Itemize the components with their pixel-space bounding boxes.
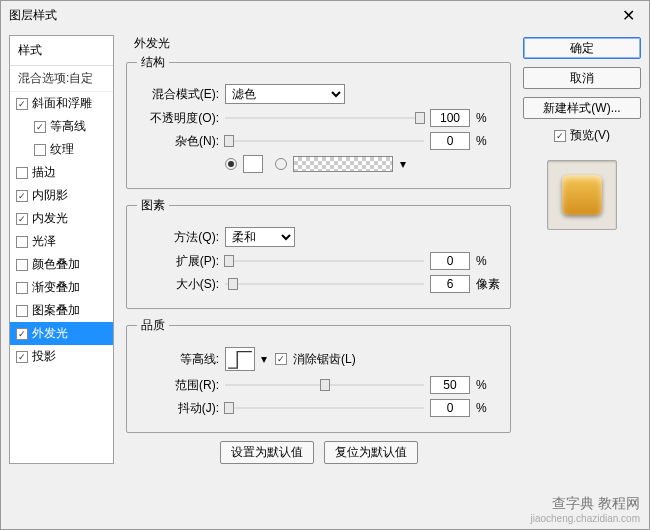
style-checkbox[interactable] [16,305,28,317]
style-checkbox[interactable] [16,282,28,294]
style-item[interactable]: 渐变叠加 [10,276,113,299]
quality-legend: 品质 [137,317,169,334]
preview-label: 预览(V) [570,127,610,144]
chevron-down-icon[interactable]: ▾ [261,352,269,366]
structure-group: 结构 混合模式(E): 滤色 不透明度(O): % 杂色(N): % [126,54,511,189]
method-label: 方法(Q): [137,229,219,246]
style-checkbox[interactable] [16,167,28,179]
default-buttons: 设置为默认值 复位为默认值 [126,441,511,464]
range-label: 范围(R): [137,377,219,394]
style-label: 颜色叠加 [32,256,80,273]
quality-group: 品质 等高线: ▾ 消除锯齿(L) 范围(R): % 抖动(J): [126,317,511,433]
gradient-radio[interactable] [275,158,287,170]
styles-panel: 样式 混合选项:自定 斜面和浮雕等高线纹理描边内阴影内发光光泽颜色叠加渐变叠加图… [9,35,114,464]
watermark: 查字典 教程网 jiaocheng.chazidian.com [530,495,640,524]
style-label: 内阴影 [32,187,68,204]
gradient-bar[interactable] [293,156,393,172]
style-label: 渐变叠加 [32,279,80,296]
style-checkbox[interactable] [34,121,46,133]
jitter-input[interactable] [430,399,470,417]
preview-row: 预览(V) [523,127,641,144]
style-checkbox[interactable] [16,213,28,225]
blend-mode-select[interactable]: 滤色 [225,84,345,104]
style-item[interactable]: 投影 [10,345,113,368]
dropdown-icon[interactable]: ▾ [399,157,407,171]
structure-legend: 结构 [137,54,169,71]
spread-slider[interactable] [225,254,424,268]
reset-default-button[interactable]: 复位为默认值 [324,441,418,464]
opacity-input[interactable] [430,109,470,127]
style-item[interactable]: 光泽 [10,230,113,253]
jitter-unit: % [476,401,500,415]
antialias-label: 消除锯齿(L) [293,351,356,368]
style-label: 投影 [32,348,56,365]
opacity-label: 不透明度(O): [137,110,219,127]
style-checkbox[interactable] [34,144,46,156]
style-item[interactable]: 描边 [10,161,113,184]
style-item[interactable]: 纹理 [10,138,113,161]
jitter-slider[interactable] [225,401,424,415]
style-checkbox[interactable] [16,259,28,271]
style-checkbox[interactable] [16,190,28,202]
styles-header: 样式 [10,36,113,66]
style-checkbox[interactable] [16,98,28,110]
action-panel: 确定 取消 新建样式(W)... 预览(V) [523,35,641,464]
opacity-unit: % [476,111,500,125]
settings-panel: 外发光 结构 混合模式(E): 滤色 不透明度(O): % 杂色(N): [122,35,515,464]
style-item[interactable]: 图案叠加 [10,299,113,322]
noise-unit: % [476,134,500,148]
style-label: 光泽 [32,233,56,250]
range-slider[interactable] [225,378,424,392]
style-checkbox[interactable] [16,328,28,340]
preview-checkbox[interactable] [554,130,566,142]
cancel-button[interactable]: 取消 [523,67,641,89]
noise-label: 杂色(N): [137,133,219,150]
color-swatch[interactable] [243,155,263,173]
preview-icon [562,175,602,215]
set-default-button[interactable]: 设置为默认值 [220,441,314,464]
style-checkbox[interactable] [16,351,28,363]
layer-style-dialog: 图层样式 ✕ 样式 混合选项:自定 斜面和浮雕等高线纹理描边内阴影内发光光泽颜色… [0,0,650,530]
size-label: 大小(S): [137,276,219,293]
style-label: 外发光 [32,325,68,342]
new-style-button[interactable]: 新建样式(W)... [523,97,641,119]
method-select[interactable]: 柔和 [225,227,295,247]
titlebar: 图层样式 ✕ [1,1,649,29]
style-label: 等高线 [50,118,86,135]
style-item[interactable]: 外发光 [10,322,113,345]
solid-color-radio[interactable] [225,158,237,170]
dialog-title: 图层样式 [9,7,57,24]
blend-mode-label: 混合模式(E): [137,86,219,103]
style-item[interactable]: 斜面和浮雕 [10,92,113,115]
content: 样式 混合选项:自定 斜面和浮雕等高线纹理描边内阴影内发光光泽颜色叠加渐变叠加图… [1,29,649,470]
ok-button[interactable]: 确定 [523,37,641,59]
elements-group: 图素 方法(Q): 柔和 扩展(P): % 大小(S): 像素 [126,197,511,309]
jitter-label: 抖动(J): [137,400,219,417]
style-list: 斜面和浮雕等高线纹理描边内阴影内发光光泽颜色叠加渐变叠加图案叠加外发光投影 [10,92,113,368]
section-title: 外发光 [126,35,511,52]
style-item[interactable]: 颜色叠加 [10,253,113,276]
size-input[interactable] [430,275,470,293]
style-label: 内发光 [32,210,68,227]
range-input[interactable] [430,376,470,394]
contour-picker[interactable] [225,347,255,371]
size-slider[interactable] [225,277,424,291]
contour-label: 等高线: [137,351,219,368]
noise-slider[interactable] [225,134,424,148]
preview-box [547,160,617,230]
style-item[interactable]: 内发光 [10,207,113,230]
opacity-slider[interactable] [225,111,424,125]
style-label: 图案叠加 [32,302,80,319]
range-unit: % [476,378,500,392]
style-item[interactable]: 内阴影 [10,184,113,207]
spread-input[interactable] [430,252,470,270]
elements-legend: 图素 [137,197,169,214]
size-unit: 像素 [476,276,500,293]
style-item[interactable]: 等高线 [10,115,113,138]
blend-options-sub[interactable]: 混合选项:自定 [10,66,113,92]
style-checkbox[interactable] [16,236,28,248]
close-icon[interactable]: ✕ [616,6,641,25]
noise-input[interactable] [430,132,470,150]
antialias-checkbox[interactable] [275,353,287,365]
spread-unit: % [476,254,500,268]
